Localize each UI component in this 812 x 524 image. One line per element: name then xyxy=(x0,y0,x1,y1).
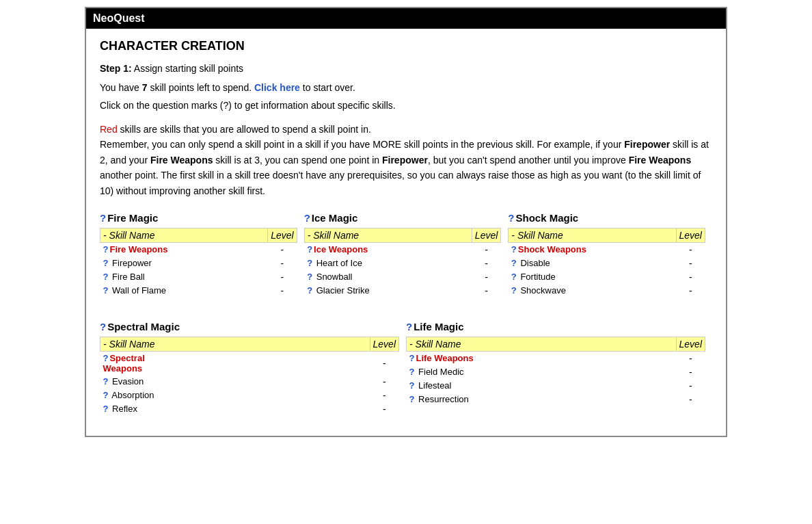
skill-level: - xyxy=(268,242,297,257)
skill-level: - xyxy=(676,351,705,365)
skill-qmark[interactable]: ? xyxy=(103,244,109,254)
table-row: ? Firepower - xyxy=(100,257,297,270)
fire-magic-section: ?Fire Magic - Skill Name Level ?Fire Wea… xyxy=(100,212,304,307)
skill-qmark[interactable]: ? xyxy=(409,394,415,404)
table-row: ?Life Weapons - xyxy=(407,351,705,365)
life-col-skill: - Skill Name xyxy=(407,337,677,351)
ice-magic-header: ?Ice Magic xyxy=(304,212,502,224)
skill-name: ? Lifesteal xyxy=(407,379,677,393)
skill-qmark[interactable]: ? xyxy=(103,258,109,268)
skill-name: ? Wall of Flame xyxy=(100,284,268,298)
spectral-col-skill: - Skill Name xyxy=(100,337,370,351)
skill-level: - xyxy=(676,379,705,393)
table-row: ? Reflex - xyxy=(100,402,399,416)
skill-level: - xyxy=(370,402,398,416)
points-number: 7 xyxy=(142,82,148,93)
spectral-magic-title: Spectral Magic xyxy=(107,321,180,332)
ice-magic-table: - Skill Name Level ?Ice Weapons - ? Hear… xyxy=(304,228,502,298)
skill-qmark[interactable]: ? xyxy=(103,353,109,363)
skill-level: - xyxy=(268,270,297,284)
spectral-col-level: Level xyxy=(370,337,398,351)
shock-magic-table: - Skill Name Level ?Shock Weapons - ? Di… xyxy=(508,228,705,298)
skill-qmark[interactable]: ? xyxy=(307,285,312,296)
skill-qmark[interactable]: ? xyxy=(307,272,312,282)
fire-col-level: Level xyxy=(268,228,297,242)
table-row: ?Ice Weapons - xyxy=(304,242,501,257)
skill-level: - xyxy=(472,257,500,270)
table-row: ?Fire Weapons - xyxy=(100,242,297,257)
skill-qmark[interactable]: ? xyxy=(409,380,415,391)
click-here-link[interactable]: Click here xyxy=(254,82,300,93)
skill-level: - xyxy=(676,257,705,270)
life-weapons-link[interactable]: Life Weapons xyxy=(416,353,473,363)
life-col-level: Level xyxy=(676,337,705,351)
page-title: CHARACTER CREATION xyxy=(100,39,712,53)
table-row: ? Absorption - xyxy=(100,389,399,402)
skill-name: ? Glacier Strike xyxy=(304,284,472,298)
life-magic-header: ?Life Magic xyxy=(406,321,705,332)
skill-level: - xyxy=(370,389,398,402)
ice-magic-title: Ice Magic xyxy=(312,212,358,224)
spectral-magic-section: ?Spectral Magic - Skill Name Level ?Spec… xyxy=(100,321,406,425)
life-magic-title: Life Magic xyxy=(414,321,463,332)
skill-name: ? Field Medic xyxy=(407,365,677,379)
skills-top-grid: ?Fire Magic - Skill Name Level ?Fire Wea… xyxy=(100,212,712,307)
spectral-weapons-link[interactable]: SpectralWeapons xyxy=(103,353,145,374)
fire-magic-table: - Skill Name Level ?Fire Weapons - ? Fir… xyxy=(100,228,297,298)
skill-level: - xyxy=(676,242,705,257)
ice-magic-section: ?Ice Magic - Skill Name Level ?Ice Weapo… xyxy=(304,212,509,307)
ice-weapons-link[interactable]: Ice Weapons xyxy=(314,244,368,254)
skill-name: ? Firepower xyxy=(100,257,268,270)
ice-col-level: Level xyxy=(472,228,500,242)
life-magic-qmark[interactable]: ? xyxy=(406,321,412,332)
red-word: Red xyxy=(100,124,118,135)
skill-qmark[interactable]: ? xyxy=(103,285,109,296)
table-row: ? Shockwave - xyxy=(509,284,705,298)
spectral-magic-qmark[interactable]: ? xyxy=(100,321,106,332)
points-text-end: to start over. xyxy=(300,82,355,93)
skill-name: ?Fire Weapons xyxy=(100,242,268,257)
skill-qmark[interactable]: ? xyxy=(103,272,109,282)
points-text-before: You have xyxy=(100,82,142,93)
skill-name: ? Absorption xyxy=(100,389,370,402)
shock-magic-qmark[interactable]: ? xyxy=(508,212,514,224)
skill-qmark[interactable]: ? xyxy=(409,367,415,377)
skill-qmark[interactable]: ? xyxy=(409,353,415,363)
skill-level: - xyxy=(370,351,398,375)
fire-magic-qmark[interactable]: ? xyxy=(100,212,106,224)
skill-qmark[interactable]: ? xyxy=(103,376,109,387)
skill-qmark[interactable]: ? xyxy=(103,390,109,400)
skill-qmark[interactable]: ? xyxy=(511,244,517,254)
main-window: NeoQuest CHARACTER CREATION Step 1: Assi… xyxy=(85,7,727,437)
fire-weapons-link[interactable]: Fire Weapons xyxy=(109,244,167,254)
table-row: ?Shock Weapons - xyxy=(509,242,705,257)
spectral-magic-header: ?Spectral Magic xyxy=(100,321,399,332)
step-text: Assign starting skill points xyxy=(134,63,243,74)
skill-level: - xyxy=(268,257,297,270)
skill-qmark[interactable]: ? xyxy=(511,285,517,296)
table-row: ? Fire Ball - xyxy=(100,270,297,284)
skill-name: ?Life Weapons xyxy=(407,351,677,365)
table-row: ? Snowball - xyxy=(304,270,501,284)
skill-qmark[interactable]: ? xyxy=(103,404,109,414)
fire-col-skill: - Skill Name xyxy=(100,228,268,242)
skill-level: - xyxy=(676,365,705,379)
points-text-after: skill points left to spend. xyxy=(148,82,254,93)
table-row: ? Evasion - xyxy=(100,375,399,389)
skill-name: ? Fire Ball xyxy=(100,270,268,284)
shock-col-skill: - Skill Name xyxy=(509,228,676,242)
skill-qmark[interactable]: ? xyxy=(307,244,312,254)
skill-level: - xyxy=(676,284,705,298)
skill-qmark[interactable]: ? xyxy=(307,258,312,268)
table-row: ? Field Medic - xyxy=(407,365,705,379)
step-line: Step 1: Assign starting skill points xyxy=(100,63,712,74)
info-line: Click on the question marks (?) to get i… xyxy=(100,100,712,111)
ice-magic-qmark[interactable]: ? xyxy=(304,212,310,224)
shock-weapons-link[interactable]: Shock Weapons xyxy=(518,244,586,254)
skill-name: ?Shock Weapons xyxy=(509,242,676,257)
table-row: ?SpectralWeapons - xyxy=(100,351,399,375)
table-row: ? Disable - xyxy=(509,257,705,270)
life-magic-section: ?Life Magic - Skill Name Level ?Life Wea… xyxy=(406,321,712,425)
skill-qmark[interactable]: ? xyxy=(511,258,517,268)
skill-qmark[interactable]: ? xyxy=(511,272,517,282)
